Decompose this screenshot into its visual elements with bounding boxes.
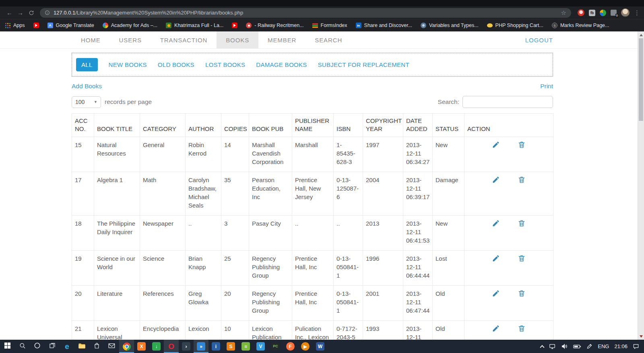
filter-tab-lost-books[interactable]: LOST BOOKS <box>205 61 245 68</box>
share-app-icon[interactable]: » <box>194 340 208 353</box>
media-app-icon[interactable]: ▶ <box>298 340 313 353</box>
nav-item-member[interactable]: MEMBER <box>258 31 305 48</box>
task-view-button[interactable] <box>45 340 60 353</box>
bookmark-youtube-icon[interactable] <box>232 23 237 28</box>
word-icon[interactable]: W <box>313 340 328 353</box>
language-indicator[interactable]: ENG <box>598 343 609 349</box>
battery-icon[interactable] <box>573 344 581 349</box>
delete-book-button[interactable] <box>518 289 526 299</box>
volume-icon[interactable] <box>561 343 568 349</box>
reload-button[interactable] <box>26 8 37 18</box>
bookmark-khatrimaza-full-la[interactable]: Khatrimaza Full - La... <box>166 23 223 28</box>
address-bar[interactable]: 127.0.0.1/Library%20Management%20System%… <box>40 8 571 18</box>
cell-copyright-year: 2013 <box>363 215 403 250</box>
edit-book-button[interactable] <box>492 289 500 299</box>
firefox-icon[interactable]: F <box>283 340 298 353</box>
bookmark-variables-and-types[interactable]: Variables and Types... <box>421 23 479 28</box>
edit-book-button[interactable] <box>492 176 500 186</box>
filter-tab-subject-for-replacement[interactable]: SUBJECT FOR REPLACEMENT <box>318 61 409 68</box>
clock[interactable]: 21:06 <box>614 343 627 349</box>
store-icon[interactable] <box>89 340 104 353</box>
xampp-icon[interactable]: X <box>134 340 149 353</box>
start-button[interactable] <box>0 340 15 353</box>
column-header-book-title[interactable]: BOOK TITLE <box>94 114 140 137</box>
bookmark-apps[interactable]: Apps <box>5 23 25 28</box>
edge-icon[interactable]: e <box>60 340 74 353</box>
action-center-icon[interactable] <box>633 343 639 349</box>
bookmark-railway-recritmen[interactable]: - Railway Recritmen... <box>246 23 303 28</box>
vscode-icon[interactable]: V <box>253 340 268 353</box>
edit-book-button[interactable] <box>492 141 500 151</box>
print-link[interactable]: Print <box>540 83 553 90</box>
delete-book-button[interactable] <box>518 219 526 229</box>
idm-extension-icon[interactable] <box>600 10 606 16</box>
back-button[interactable]: ← <box>4 8 15 18</box>
network-icon[interactable] <box>549 343 556 349</box>
bookmark-star-icon[interactable]: ☆ <box>561 9 566 17</box>
bookmark-formsindex[interactable]: FormsIndex <box>312 23 347 28</box>
column-header-isbn[interactable]: ISBN <box>334 114 363 137</box>
bookmark-google-translate[interactable]: Google Translate <box>47 23 94 28</box>
nav-item-books[interactable]: BOOKS <box>217 31 258 48</box>
column-header-book-pub[interactable]: BOOK PUB <box>249 114 292 137</box>
nav-item-users[interactable]: USERS <box>110 31 151 48</box>
page-scrollbar[interactable] <box>638 31 644 340</box>
opera-icon[interactable]: O <box>164 340 179 353</box>
fb-downloader-extension-icon[interactable]: fb <box>589 10 595 16</box>
filter-tab-damage-books[interactable]: DAMAGE BOOKS <box>256 61 307 68</box>
chrome-icon[interactable] <box>119 340 134 353</box>
photos-app-icon[interactable]: › <box>179 340 194 353</box>
search-button[interactable] <box>15 340 30 353</box>
delete-book-button[interactable] <box>518 324 526 334</box>
column-header-copies[interactable]: COPIES <box>221 114 249 137</box>
bookmark-youtube-icon[interactable] <box>33 23 39 28</box>
column-header-status[interactable]: STATUS <box>433 114 464 137</box>
profile-avatar[interactable] <box>621 8 630 17</box>
column-header-copyright-year[interactable]: COPYRIGHT YEAR <box>363 114 403 137</box>
pen-icon[interactable] <box>586 343 592 349</box>
installer-app-icon[interactable]: i <box>208 340 223 353</box>
filter-tab-old-books[interactable]: OLD BOOKS <box>158 61 194 68</box>
bookmark-academy-for-ads[interactable]: Academy for Ads –... <box>103 23 157 28</box>
tray-chevron-up-icon[interactable] <box>541 344 544 349</box>
scrollbar-down-arrow[interactable] <box>638 333 644 340</box>
browser-menu-icon[interactable]: ⋮ <box>634 9 640 17</box>
column-header-date-added[interactable]: DATE ADDED <box>403 114 433 137</box>
delete-book-button[interactable] <box>518 254 526 264</box>
column-header-publisher-name[interactable]: PUBLISHER NAME <box>292 114 334 137</box>
nav-item-search[interactable]: SEARCH <box>305 31 351 48</box>
edit-book-button[interactable] <box>492 324 500 334</box>
cortana-button[interactable] <box>30 340 45 353</box>
column-header-acc-no[interactable]: ACC NO. <box>72 114 94 137</box>
scrollbar-up-arrow[interactable] <box>638 31 644 38</box>
filter-tab-new-books[interactable]: NEW BOOKS <box>109 61 147 68</box>
notepad-app-icon[interactable]: ≡ <box>238 340 253 353</box>
bookmark-share-and-discover[interactable]: Share and Discover... <box>356 23 413 28</box>
sublime-text-icon[interactable]: S <box>223 340 238 353</box>
filter-tab-all[interactable]: ALL <box>76 58 98 71</box>
idm-icon[interactable]: ↓ <box>149 340 164 353</box>
logout-link[interactable]: LOGOUT <box>525 37 553 44</box>
pc-app-icon[interactable]: PC <box>268 340 283 353</box>
forward-button[interactable]: → <box>15 8 26 18</box>
search-input[interactable] <box>462 96 553 108</box>
delete-book-button[interactable] <box>518 141 526 151</box>
bookmark-php-shopping-cart[interactable]: PHP Shopping Cart... <box>487 23 543 28</box>
column-header-author[interactable]: AUTHOR <box>186 114 221 137</box>
column-header-action[interactable]: ACTION <box>464 114 553 137</box>
extension-with-badge-icon[interactable]: 0 <box>611 10 617 16</box>
nav-item-home[interactable]: HOME <box>72 31 110 48</box>
edit-book-button[interactable] <box>492 219 500 229</box>
mail-icon[interactable] <box>104 340 119 353</box>
delete-book-button[interactable] <box>518 176 526 186</box>
add-books-link[interactable]: Add Books <box>72 83 102 90</box>
column-header-category[interactable]: CATEGORY <box>140 114 186 137</box>
adblock-extension-icon[interactable] <box>578 9 584 16</box>
site-info-icon[interactable] <box>45 10 50 15</box>
bookmark-marks-review-page[interactable]: Marks Review Page... <box>552 23 609 28</box>
records-per-page-select[interactable]: 100 ▼ <box>72 96 101 108</box>
edit-book-button[interactable] <box>492 254 500 264</box>
nav-item-transaction[interactable]: TRANSACTION <box>151 31 217 48</box>
file-explorer-icon[interactable] <box>74 340 89 353</box>
scrollbar-thumb[interactable] <box>639 38 643 121</box>
